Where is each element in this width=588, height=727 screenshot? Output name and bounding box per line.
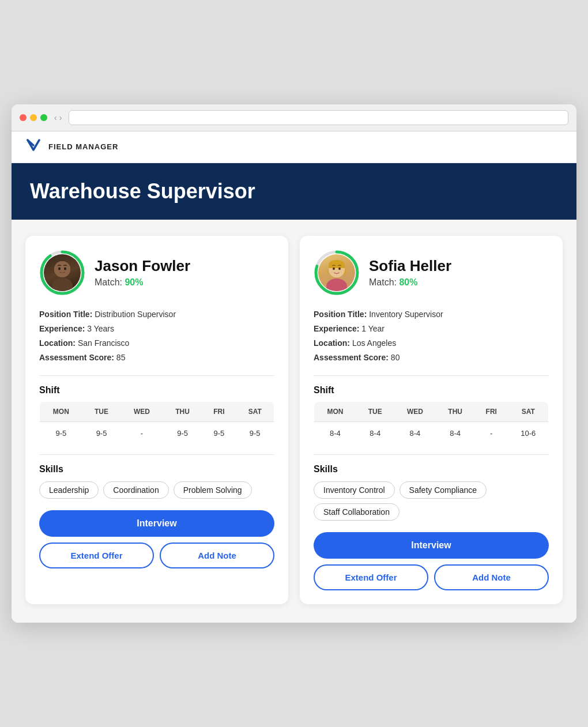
shift-header-fri-sofia: FRI — [474, 402, 508, 422]
candidate-info-sofia: Sofia Heller Match: 80% — [369, 257, 451, 288]
divider2-sofia — [314, 454, 549, 455]
shift-title-sofia: Shift — [314, 385, 549, 395]
shift-mon-jason: 9-5 — [40, 422, 82, 445]
main-content: Jason Fowler Match: 90% Position Title: … — [12, 220, 576, 623]
interview-button-sofia[interactable]: Interview — [314, 532, 549, 559]
shift-title-jason: Shift — [39, 385, 274, 395]
maximize-button[interactable] — [40, 114, 47, 121]
shift-tue-jason: 9-5 — [82, 422, 121, 445]
candidate-details-sofia: Position Title: Inventory Supervisor Exp… — [314, 307, 549, 366]
skills-title-sofia: Skills — [314, 464, 549, 474]
candidate-name-sofia: Sofia Heller — [369, 257, 451, 275]
extend-offer-button-jason[interactable]: Extend Offer — [39, 543, 154, 568]
avatar-ring-jason — [39, 250, 85, 296]
candidate-match-sofia: Match: 80% — [369, 277, 451, 288]
svg-point-3 — [52, 278, 73, 291]
shift-row-jason: 9-5 9-5 - 9-5 9-5 9-5 — [40, 422, 274, 445]
minimize-button[interactable] — [30, 114, 37, 121]
skill-staff-collaboration: Staff Collaboration — [314, 503, 399, 521]
candidate-name-jason: Jason Fowler — [95, 257, 190, 275]
detail-experience-sofia: Experience: 1 Year — [314, 322, 549, 336]
app-title: FIELD MANAGER — [48, 142, 118, 151]
shift-header-sat-sofia: SAT — [508, 402, 548, 422]
candidate-card-sofia: Sofia Heller Match: 80% Position Title: … — [300, 236, 563, 605]
candidate-info-jason: Jason Fowler Match: 90% — [95, 257, 190, 288]
skills-list-jason: Leadership Coordination Problem Solving — [39, 481, 274, 499]
add-note-button-jason[interactable]: Add Note — [160, 543, 274, 568]
detail-location-jason: Location: San Francisco — [39, 336, 274, 351]
candidate-match-jason: Match: 90% — [95, 277, 190, 288]
detail-position-jason: Position Title: Distribution Supervisor — [39, 307, 274, 322]
shift-header-wed-sofia: WED — [394, 402, 436, 422]
shift-header-tue-sofia: TUE — [356, 402, 394, 422]
svg-point-13 — [333, 267, 335, 269]
skill-inventory-control: Inventory Control — [314, 481, 395, 499]
avatar-sofia — [318, 254, 355, 291]
candidate-header-sofia: Sofia Heller Match: 80% — [314, 250, 549, 296]
detail-position-sofia: Position Title: Inventory Supervisor — [314, 307, 549, 322]
skill-safety-compliance: Safety Compliance — [399, 481, 487, 499]
shift-mon-sofia: 8-4 — [314, 422, 356, 445]
shift-header-fri-jason: FRI — [202, 402, 236, 422]
extend-offer-button-sofia[interactable]: Extend Offer — [314, 564, 428, 590]
shift-header-thu-sofia: THU — [436, 402, 474, 422]
shift-header-tue-jason: TUE — [82, 402, 121, 422]
shift-wed-sofia: 8-4 — [394, 422, 436, 445]
skill-leadership: Leadership — [39, 481, 99, 499]
shift-fri-sofia: - — [474, 422, 508, 445]
btn-row-jason: Extend Offer Add Note — [39, 543, 274, 568]
svg-point-14 — [338, 267, 341, 269]
avatar-ring-sofia — [314, 250, 360, 296]
divider2-jason — [39, 454, 274, 455]
candidate-details-jason: Position Title: Distribution Supervisor … — [39, 307, 274, 366]
traffic-lights — [20, 114, 47, 121]
detail-experience-jason: Experience: 3 Years — [39, 322, 274, 336]
svg-point-11 — [326, 278, 347, 291]
header-banner: Warehouse Supervisor — [12, 163, 576, 220]
candidate-header-jason: Jason Fowler Match: 90% — [39, 250, 274, 296]
shift-tue-sofia: 8-4 — [356, 422, 394, 445]
avatar-jason — [44, 254, 81, 291]
detail-assessment-jason: Assessment Score: 85 — [39, 351, 274, 365]
add-note-button-sofia[interactable]: Add Note — [434, 564, 549, 590]
shift-thu-jason: 9-5 — [163, 422, 202, 445]
shift-header-mon-sofia: MON — [314, 402, 356, 422]
skills-list-sofia: Inventory Control Safety Compliance Staf… — [314, 481, 549, 521]
skills-title-jason: Skills — [39, 464, 274, 474]
interview-button-jason[interactable]: Interview — [39, 510, 274, 537]
forward-arrow-icon[interactable]: › — [59, 113, 62, 122]
shift-header-mon-jason: MON — [40, 402, 82, 422]
shift-header-sat-jason: SAT — [236, 402, 274, 422]
shift-thu-sofia: 8-4 — [436, 422, 474, 445]
shift-header-thu-jason: THU — [163, 402, 202, 422]
top-nav: FIELD MANAGER — [12, 131, 576, 163]
shift-sat-jason: 9-5 — [236, 422, 274, 445]
back-arrow-icon[interactable]: ‹ — [54, 113, 57, 122]
skill-coordination: Coordination — [103, 481, 168, 499]
skill-problem-solving: Problem Solving — [174, 481, 252, 499]
shift-row-sofia: 8-4 8-4 8-4 8-4 - 10-6 — [314, 422, 549, 445]
close-button[interactable] — [20, 114, 27, 121]
actions-jason: Interview Extend Offer Add Note — [39, 510, 274, 568]
svg-point-7 — [59, 273, 65, 276]
address-bar[interactable] — [69, 110, 568, 125]
divider-jason — [39, 375, 274, 376]
shift-sat-sofia: 10-6 — [508, 422, 548, 445]
browser-window: ‹ › FIELD MANAGER Warehouse Supervisor — [12, 104, 576, 623]
match-value-sofia: 80% — [399, 277, 417, 287]
page-title: Warehouse Supervisor — [30, 179, 558, 204]
detail-location-sofia: Location: Los Angeles — [314, 336, 549, 351]
shift-wed-jason: - — [120, 422, 163, 445]
svg-point-6 — [64, 267, 66, 270]
candidate-card-jason: Jason Fowler Match: 90% Position Title: … — [25, 236, 288, 605]
match-value-jason: 90% — [125, 277, 143, 287]
divider-sofia — [314, 375, 549, 376]
shift-header-wed-jason: WED — [120, 402, 163, 422]
cards-row: Jason Fowler Match: 90% Position Title: … — [25, 236, 563, 605]
shift-table-jason: MON TUE WED THU FRI SAT 9-5 9-5 - — [39, 401, 274, 445]
shift-fri-jason: 9-5 — [202, 422, 236, 445]
detail-assessment-sofia: Assessment Score: 80 — [314, 351, 549, 365]
logo-icon — [25, 137, 42, 157]
actions-sofia: Interview Extend Offer Add Note — [314, 532, 549, 590]
browser-chrome: ‹ › — [12, 104, 576, 131]
